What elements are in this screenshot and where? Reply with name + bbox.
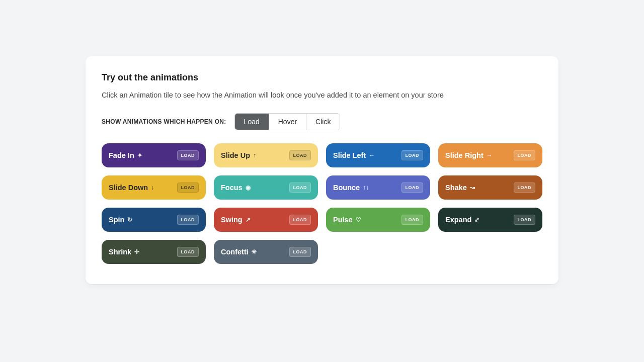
trigger-badge: LOAD: [177, 150, 199, 160]
filter-label: SHOW ANIMATIONS WHICH HAPPEN ON:: [102, 118, 226, 125]
animation-tile-confetti[interactable]: Confetti✳LOAD: [214, 240, 318, 264]
trigger-badge: LOAD: [289, 183, 311, 193]
animations-card: Try out the animations Click an Animatio…: [86, 56, 558, 284]
trigger-badge: LOAD: [401, 183, 424, 193]
animation-tile-swing[interactable]: Swing↗LOAD: [214, 208, 318, 232]
tile-name-text: Confetti: [221, 248, 249, 256]
tile-name-text: Slide Down: [109, 184, 148, 192]
trigger-badge: LOAD: [514, 183, 536, 193]
tile-name-text: Spin: [109, 216, 124, 224]
tile-name: Slide Up↑: [221, 151, 256, 159]
trigger-badge: LOAD: [514, 150, 536, 160]
animation-tile-expand[interactable]: Expand⤢LOAD: [438, 208, 542, 232]
tile-name: Swing↗: [221, 216, 251, 224]
tile-name: Expand⤢: [445, 216, 479, 224]
tile-name: Fade In✦: [109, 151, 142, 159]
fade-in-icon: ✦: [137, 152, 142, 159]
trigger-badge: LOAD: [177, 183, 199, 193]
card-title: Try out the animations: [102, 72, 542, 83]
trigger-badge: LOAD: [177, 247, 199, 257]
trigger-badge: LOAD: [289, 150, 311, 160]
shrink-icon: ✛: [134, 248, 139, 255]
slide-left-icon: ←: [369, 152, 375, 159]
animation-tile-shrink[interactable]: Shrink✛LOAD: [102, 240, 206, 264]
tile-name: Bounce↑↓: [333, 184, 369, 192]
tile-name-text: Pulse: [333, 216, 353, 224]
tile-name-text: Swing: [221, 216, 243, 224]
animation-grid: Fade In✦LOADSlide Up↑LOADSlide Left←LOAD…: [102, 143, 542, 264]
focus-icon: ◉: [246, 184, 251, 191]
segmented-control: LoadHoverClick: [234, 113, 341, 130]
filter-option-load[interactable]: Load: [235, 114, 269, 130]
card-description: Click an Animation tile to see how the A…: [102, 91, 542, 99]
animation-tile-slide-right[interactable]: Slide Right→LOAD: [438, 143, 542, 167]
tile-name-text: Slide Right: [445, 151, 484, 159]
tile-name-text: Expand: [445, 216, 471, 224]
swing-icon: ↗: [246, 216, 251, 223]
animation-tile-pulse[interactable]: Pulse♡LOAD: [326, 208, 430, 232]
filter-option-click[interactable]: Click: [306, 114, 340, 130]
trigger-badge: LOAD: [401, 150, 424, 160]
animation-tile-shake[interactable]: Shake↝LOAD: [438, 175, 542, 200]
tile-name-text: Focus: [221, 184, 243, 192]
animation-tile-slide-left[interactable]: Slide Left←LOAD: [326, 143, 430, 167]
animation-tile-slide-down[interactable]: Slide Down↓LOAD: [102, 175, 206, 200]
filter-row: SHOW ANIMATIONS WHICH HAPPEN ON: LoadHov…: [102, 113, 542, 130]
trigger-badge: LOAD: [401, 215, 424, 225]
confetti-icon: ✳: [252, 248, 257, 255]
spin-icon: ↻: [127, 216, 132, 223]
slide-down-icon: ↓: [151, 184, 154, 191]
tile-name-text: Slide Left: [333, 151, 366, 159]
tile-name-text: Bounce: [333, 184, 360, 192]
trigger-badge: LOAD: [514, 215, 536, 225]
tile-name: Shrink✛: [109, 248, 139, 256]
trigger-badge: LOAD: [289, 247, 311, 257]
animation-tile-fade-in[interactable]: Fade In✦LOAD: [102, 143, 206, 167]
trigger-badge: LOAD: [177, 215, 199, 225]
tile-name: Slide Right→: [445, 151, 493, 159]
tile-name-text: Slide Up: [221, 151, 250, 159]
animation-tile-slide-up[interactable]: Slide Up↑LOAD: [214, 143, 318, 167]
tile-name: Confetti✳: [221, 248, 257, 256]
tile-name-text: Shrink: [109, 248, 131, 256]
animation-tile-focus[interactable]: Focus◉LOAD: [214, 175, 318, 200]
tile-name: Focus◉: [221, 184, 251, 192]
pulse-icon: ♡: [356, 216, 361, 223]
tile-name-text: Fade In: [109, 151, 134, 159]
tile-name-text: Shake: [445, 184, 467, 192]
tile-name: Shake↝: [445, 184, 475, 192]
slide-right-icon: →: [487, 152, 493, 159]
expand-icon: ⤢: [474, 216, 479, 223]
animation-tile-spin[interactable]: Spin↻LOAD: [102, 208, 206, 232]
filter-option-hover[interactable]: Hover: [269, 114, 306, 130]
tile-name: Spin↻: [109, 216, 132, 224]
tile-name: Pulse♡: [333, 216, 361, 224]
bounce-icon: ↑↓: [363, 184, 369, 191]
animation-tile-bounce[interactable]: Bounce↑↓LOAD: [326, 175, 430, 200]
tile-name: Slide Down↓: [109, 184, 154, 192]
trigger-badge: LOAD: [289, 215, 311, 225]
tile-name: Slide Left←: [333, 151, 375, 159]
shake-icon: ↝: [470, 184, 475, 191]
slide-up-icon: ↑: [253, 152, 256, 159]
